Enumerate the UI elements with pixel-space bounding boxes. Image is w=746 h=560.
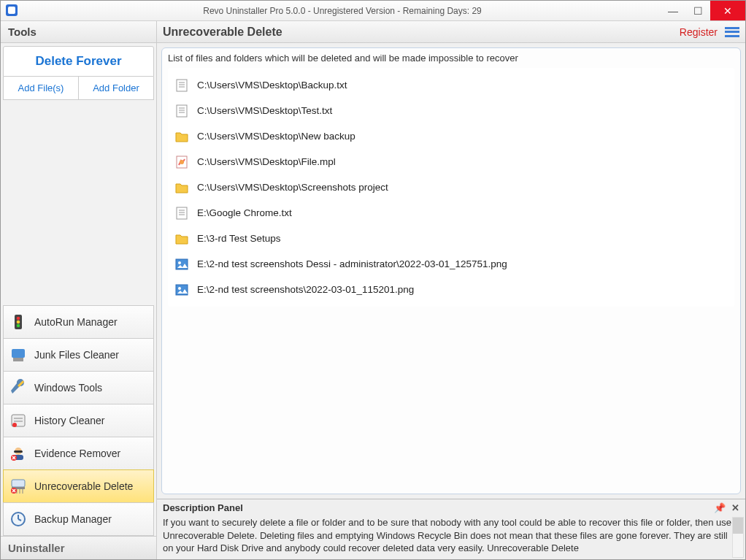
file-path: E:\2-nd test screenshots\2022-03-01_1152… (197, 284, 414, 295)
tool-label: Backup Manager (34, 513, 112, 525)
maximize-button[interactable]: ☐ (685, 1, 710, 20)
file-list-area: List of files and folders which will be … (161, 47, 741, 494)
wrench-icon (8, 377, 28, 398)
history-icon (8, 410, 28, 431)
file-txt-icon (174, 77, 190, 93)
sidebar-tool-history-cleaner[interactable]: History Cleaner (3, 404, 154, 437)
add-files-button[interactable]: Add File(s) (3, 77, 78, 100)
content-area: Unrecoverable Delete Register List of fi… (157, 21, 745, 559)
file-path: E:\2-nd test screenshots Dessi - adminis… (197, 258, 507, 269)
file-path: C:\Users\VMS\Desktop\Screenshots project (197, 182, 388, 193)
svg-point-42 (178, 261, 181, 264)
tool-label: AutoRun Manager (34, 316, 118, 328)
close-button[interactable]: ✕ (710, 1, 745, 20)
svg-rect-31 (177, 105, 187, 117)
file-path: E:\3-rd Test Setups (197, 233, 281, 244)
uninstaller-section[interactable]: Uninstaller (1, 536, 156, 559)
svg-point-12 (12, 423, 17, 427)
svg-rect-6 (12, 349, 25, 358)
file-row[interactable]: C:\Users\VMS\Desktop\File.mpl (171, 149, 731, 174)
sidebar: Tools Delete Forever Add File(s) Add Fol… (1, 21, 157, 559)
file-row[interactable]: C:\Users\VMS\Desktop\Test.txt (171, 98, 731, 123)
file-row[interactable]: E:\Google Chrome.txt (171, 200, 731, 226)
sidebar-tool-evidence-remover[interactable]: Evidence Remover (3, 437, 154, 470)
description-panel: Description Panel 📌 ✕ If you want to sec… (157, 499, 745, 559)
file-path: E:\Google Chrome.txt (197, 207, 292, 218)
sidebar-tool-windows-tools[interactable]: Windows Tools (3, 371, 154, 404)
pin-icon[interactable]: 📌 (714, 502, 726, 513)
spy-icon (8, 443, 28, 464)
file-path: C:\Users\VMS\Desktop\File.mpl (197, 156, 336, 167)
add-folder-button[interactable]: Add Folder (78, 77, 154, 100)
clock-icon (8, 509, 28, 529)
title-bar: Revo Uninstaller Pro 5.0.0 - Unregistere… (1, 1, 745, 21)
description-body: If you want to securely delete a file or… (163, 516, 739, 555)
file-row[interactable]: C:\Users\VMS\Desktop\New backup (171, 123, 731, 149)
description-title: Description Panel (163, 502, 243, 513)
delete-forever-button[interactable]: Delete Forever (3, 46, 154, 77)
app-icon (5, 4, 20, 18)
sidebar-tool-junk-files-cleaner[interactable]: Junk Files Cleaner (3, 338, 154, 372)
file-folder-icon (174, 180, 190, 196)
sidebar-tool-autorun-manager[interactable]: AutoRun Manager (3, 305, 154, 339)
tool-label: Unrecoverable Delete (34, 480, 133, 492)
svg-rect-1 (8, 7, 15, 14)
minimize-button[interactable]: — (661, 1, 685, 20)
tool-label: History Cleaner (34, 415, 104, 426)
scrollbar[interactable] (732, 517, 744, 558)
file-row[interactable]: E:\3-rd Test Setups (171, 226, 731, 251)
add-files-label: Add File(s) (18, 83, 64, 93)
svg-rect-17 (12, 480, 25, 487)
file-folder-icon (174, 129, 190, 145)
tool-label: Windows Tools (34, 382, 102, 394)
svg-point-5 (17, 324, 20, 328)
file-mpl-icon (174, 154, 190, 170)
register-link[interactable]: Register (680, 26, 718, 38)
svg-rect-27 (177, 80, 187, 91)
shred-icon (8, 476, 28, 496)
svg-point-36 (180, 160, 184, 164)
file-path: C:\Users\VMS\Desktop\New backup (197, 131, 355, 142)
file-row[interactable]: E:\2-nd test screenshots\2022-03-01_1152… (171, 277, 731, 302)
delete-forever-label: Delete Forever (35, 54, 121, 69)
file-png-icon (174, 256, 190, 272)
svg-point-3 (17, 317, 20, 321)
sidebar-tool-unrecoverable-delete[interactable]: Unrecoverable Delete (3, 469, 154, 503)
svg-rect-15 (14, 450, 23, 453)
file-folder-icon (174, 231, 190, 247)
add-folder-label: Add Folder (93, 83, 139, 93)
file-path: C:\Users\VMS\Desktop\Test.txt (197, 105, 332, 116)
traffic-light-icon (8, 312, 28, 332)
svg-point-44 (178, 287, 181, 290)
file-path: C:\Users\VMS\Desktop\Backup.txt (197, 80, 347, 91)
svg-rect-37 (177, 207, 187, 219)
broom-icon (8, 345, 28, 365)
tool-label: Evidence Remover (34, 448, 120, 459)
window-title: Revo Uninstaller Pro 5.0.0 - Unregistere… (24, 6, 661, 16)
list-caption: List of files and folders which will be … (168, 53, 734, 64)
tool-label: Junk Files Cleaner (34, 349, 119, 361)
sidebar-header: Tools (1, 21, 156, 43)
svg-point-4 (17, 321, 20, 324)
file-row[interactable]: C:\Users\VMS\Desktop\Backup.txt (171, 72, 731, 98)
file-txt-icon (174, 205, 190, 221)
sidebar-tool-backup-manager[interactable]: Backup Manager (3, 502, 154, 536)
file-row[interactable]: E:\2-nd test screenshots Dessi - adminis… (171, 251, 731, 277)
file-row[interactable]: C:\Users\VMS\Desktop\Screenshots project (171, 174, 731, 200)
file-txt-icon (174, 103, 190, 119)
content-header: Unrecoverable Delete Register (157, 21, 745, 43)
hamburger-menu-icon[interactable] (725, 27, 739, 37)
file-png-icon (174, 282, 190, 298)
page-title: Unrecoverable Delete (163, 26, 680, 39)
close-panel-icon[interactable]: ✕ (731, 502, 739, 513)
svg-rect-7 (13, 358, 23, 361)
